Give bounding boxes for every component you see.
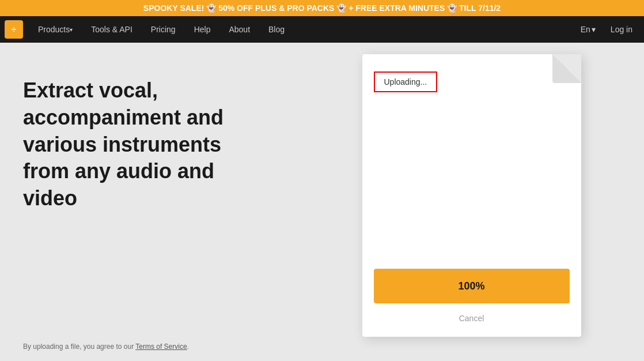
terms-of-service-link[interactable]: Terms of Service bbox=[135, 343, 187, 351]
nav-right: En ▾ Log in bbox=[575, 16, 639, 43]
logo[interactable]: ÷ bbox=[5, 20, 23, 39]
nav-pricing[interactable]: Pricing bbox=[142, 16, 185, 43]
main-content: Extract vocal, accompaniment and various… bbox=[0, 43, 644, 361]
cancel-button[interactable]: Cancel bbox=[450, 311, 494, 325]
hero-title: Extract vocal, accompaniment and various… bbox=[23, 77, 265, 212]
navbar: ÷ Products Tools & API Pricing Help Abou… bbox=[0, 16, 644, 43]
terms-note: By uploading a file, you agree to our Te… bbox=[23, 343, 189, 351]
progress-area: 100% Cancel bbox=[374, 257, 570, 325]
nav-products[interactable]: Products bbox=[29, 16, 82, 43]
login-button[interactable]: Log in bbox=[604, 16, 639, 43]
nav-help[interactable]: Help bbox=[185, 16, 220, 43]
progress-percent: 100% bbox=[458, 280, 484, 292]
progress-bar: 100% bbox=[374, 269, 570, 303]
uploading-status-box: Uploading... bbox=[374, 72, 438, 92]
chevron-down-icon: ▾ bbox=[592, 25, 596, 34]
nav-tools-api[interactable]: Tools & API bbox=[82, 16, 142, 43]
hero-section: Extract vocal, accompaniment and various… bbox=[0, 43, 322, 361]
upload-area: Uploading... 100% Cancel bbox=[322, 43, 644, 361]
nav-blog[interactable]: Blog bbox=[259, 16, 294, 43]
nav-about[interactable]: About bbox=[219, 16, 259, 43]
uploading-label: Uploading... bbox=[384, 77, 427, 87]
upload-card: Uploading... 100% Cancel bbox=[362, 54, 581, 337]
language-selector[interactable]: En ▾ bbox=[575, 16, 601, 43]
promo-banner: SPOOKY SALE! 👻 50% OFF PLUS & PRO PACKS … bbox=[0, 0, 644, 16]
banner-text: SPOOKY SALE! 👻 50% OFF PLUS & PRO PACKS … bbox=[143, 3, 501, 13]
nav-items: Products Tools & API Pricing Help About … bbox=[29, 16, 575, 43]
